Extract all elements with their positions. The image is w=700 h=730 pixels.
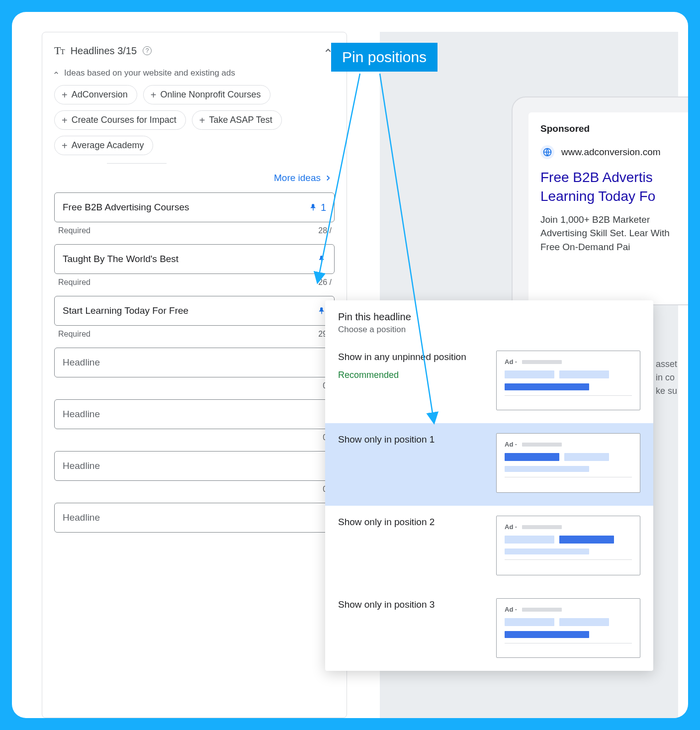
ideas-label: Ideas based on your website and existing… <box>64 68 235 78</box>
headline-input[interactable]: Free B2B Advertising Courses 1 <box>54 192 335 222</box>
chip-label: Average Academy <box>72 140 144 151</box>
option-preview: Ad · <box>496 351 640 410</box>
pin-button[interactable]: 1 <box>309 202 326 213</box>
headline-text: Taught By The World's Best <box>63 254 178 265</box>
plus-icon: + <box>199 115 205 125</box>
plus-icon: + <box>62 141 68 151</box>
headline-text: Start Learning Today For Free <box>63 305 188 316</box>
pin-option-2[interactable]: Show only in position 2 Ad · <box>325 506 653 588</box>
headline-text: Free B2B Advertising Courses <box>63 202 189 213</box>
plus-icon: + <box>151 90 157 100</box>
annotation-callout: Pin positions <box>331 43 438 72</box>
truncated-help-text: asset in co ke su <box>656 358 688 398</box>
pin-position-popover: Pin this headline Choose a position Show… <box>325 300 653 671</box>
option-preview: Ad · <box>496 433 640 493</box>
pin-option-any[interactable]: Show in any unpinned position Recommende… <box>325 341 653 423</box>
option-label: Show only in position 1 <box>338 433 435 447</box>
device-preview: Sponsored www.adconversion.com Free B2B … <box>512 96 688 305</box>
headline-meta: Required28 / <box>54 222 335 244</box>
sponsored-label: Sponsored <box>540 123 688 134</box>
chevron-up-icon <box>52 69 60 77</box>
section-title: Headlines 3/15 <box>71 45 137 57</box>
option-preview: Ad · <box>496 516 640 575</box>
headline-meta: Required26 / <box>54 274 335 296</box>
headline-placeholder: Headline <box>63 512 100 523</box>
pin-option-3[interactable]: Show only in position 3 Ad · <box>325 588 653 671</box>
headline-meta: Required29 / <box>54 326 335 348</box>
popover-subtitle: Choose a position <box>338 325 640 335</box>
pin-icon <box>317 255 326 264</box>
popover-title: Pin this headline <box>338 311 640 323</box>
chip-label: AdConversion <box>72 90 128 100</box>
chevron-right-icon <box>324 174 333 182</box>
headline-placeholder: Headline <box>63 357 100 368</box>
idea-chip[interactable]: +Create Courses for Impact <box>54 110 186 130</box>
headline-input[interactable]: Taught By The World's Best <box>54 244 335 274</box>
headline-placeholder: Headline <box>63 409 100 420</box>
ad-title: Free B2B AdvertisLearning Today Fo <box>540 168 688 206</box>
chip-label: Take ASAP Test <box>209 115 272 125</box>
help-icon[interactable]: ? <box>143 46 152 55</box>
headline-meta: 0 / <box>54 377 335 399</box>
headline-input[interactable]: Headline <box>54 399 335 429</box>
headline-input[interactable]: Headline <box>54 451 335 481</box>
headline-meta: 0 / <box>54 429 335 451</box>
section-header[interactable]: TT Headlines 3/15 ? <box>42 44 347 68</box>
idea-chip[interactable]: +AdConversion <box>54 85 137 104</box>
option-label: Show in any unpinned position <box>338 351 466 364</box>
headline-input[interactable]: Headline <box>54 503 335 533</box>
headline-input[interactable]: Headline <box>54 348 335 377</box>
text-format-icon: TT <box>54 44 65 57</box>
pin-option-1[interactable]: Show only in position 1 Ad · <box>325 423 653 506</box>
ad-description: Join 1,000+ B2B Marketer Advertising Ski… <box>540 213 688 254</box>
callout-label: Pin positions <box>342 49 427 65</box>
more-ideas-link[interactable]: More ideas <box>42 164 347 192</box>
headline-meta: 0 / <box>54 481 335 503</box>
option-label: Show only in position 2 <box>338 516 435 529</box>
chip-label: Create Courses for Impact <box>72 115 176 125</box>
pin-button[interactable] <box>317 255 326 264</box>
ad-host-row: www.adconversion.com <box>540 145 688 159</box>
plus-icon: + <box>62 115 68 125</box>
idea-chip[interactable]: +Take ASAP Test <box>192 110 282 130</box>
globe-icon <box>540 145 554 159</box>
option-label: Show only in position 3 <box>338 598 435 612</box>
pin-position-number: 1 <box>321 202 326 213</box>
headline-list: Free B2B Advertising Courses 1 Required2… <box>42 192 347 533</box>
chip-label: Online Nonprofit Courses <box>160 90 261 100</box>
headlines-panel: TT Headlines 3/15 ? Ideas based on your … <box>42 32 347 718</box>
idea-chips: +AdConversion +Online Nonprofit Courses … <box>42 85 347 160</box>
pin-icon <box>309 203 318 212</box>
ideas-toggle[interactable]: Ideas based on your website and existing… <box>42 68 347 85</box>
plus-icon: + <box>62 90 68 100</box>
ad-host-text: www.adconversion.com <box>561 147 661 158</box>
headline-placeholder: Headline <box>63 460 100 471</box>
option-preview: Ad · <box>496 598 640 658</box>
idea-chip[interactable]: +Average Academy <box>54 136 153 155</box>
idea-chip[interactable]: +Online Nonprofit Courses <box>143 85 270 104</box>
headline-input[interactable]: Start Learning Today For Free <box>54 296 335 326</box>
more-ideas-label: More ideas <box>274 173 321 183</box>
recommended-label: Recommended <box>338 370 466 380</box>
